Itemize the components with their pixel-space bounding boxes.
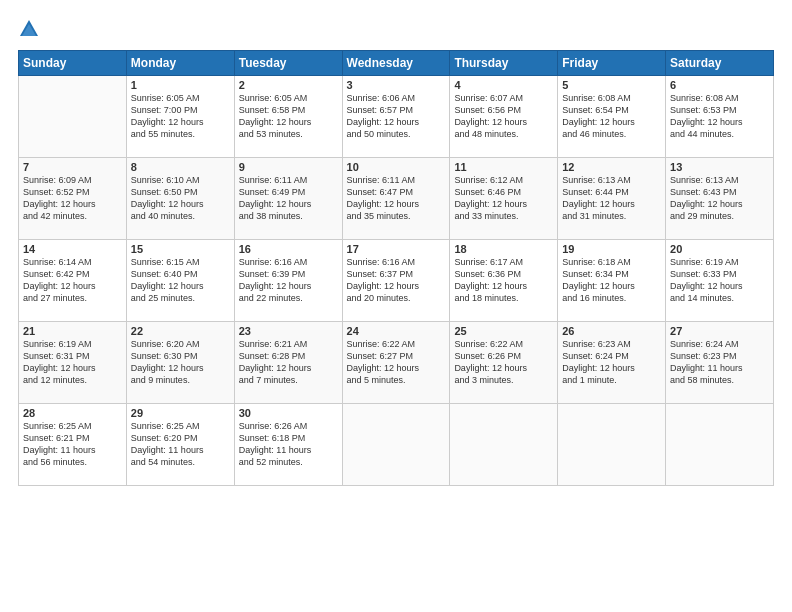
cell-info: Sunrise: 6:18 AMSunset: 6:34 PMDaylight:… xyxy=(562,256,661,305)
cell-info: Sunrise: 6:07 AMSunset: 6:56 PMDaylight:… xyxy=(454,92,553,141)
cell-info: Sunrise: 6:14 AMSunset: 6:42 PMDaylight:… xyxy=(23,256,122,305)
day-header-wednesday: Wednesday xyxy=(342,51,450,76)
week-row-2: 14Sunrise: 6:14 AMSunset: 6:42 PMDayligh… xyxy=(19,240,774,322)
cal-cell: 20Sunrise: 6:19 AMSunset: 6:33 PMDayligh… xyxy=(666,240,774,322)
week-row-3: 21Sunrise: 6:19 AMSunset: 6:31 PMDayligh… xyxy=(19,322,774,404)
day-number: 14 xyxy=(23,243,122,255)
cal-cell: 24Sunrise: 6:22 AMSunset: 6:27 PMDayligh… xyxy=(342,322,450,404)
day-number: 29 xyxy=(131,407,230,419)
cal-cell: 16Sunrise: 6:16 AMSunset: 6:39 PMDayligh… xyxy=(234,240,342,322)
day-number: 12 xyxy=(562,161,661,173)
day-number: 20 xyxy=(670,243,769,255)
calendar-page: SundayMondayTuesdayWednesdayThursdayFrid… xyxy=(0,0,792,612)
day-header-friday: Friday xyxy=(558,51,666,76)
cal-cell: 18Sunrise: 6:17 AMSunset: 6:36 PMDayligh… xyxy=(450,240,558,322)
day-number: 11 xyxy=(454,161,553,173)
cal-cell: 2Sunrise: 6:05 AMSunset: 6:58 PMDaylight… xyxy=(234,76,342,158)
day-number: 2 xyxy=(239,79,338,91)
cal-cell: 7Sunrise: 6:09 AMSunset: 6:52 PMDaylight… xyxy=(19,158,127,240)
day-number: 19 xyxy=(562,243,661,255)
cal-cell xyxy=(342,404,450,486)
day-number: 7 xyxy=(23,161,122,173)
cal-cell: 25Sunrise: 6:22 AMSunset: 6:26 PMDayligh… xyxy=(450,322,558,404)
cell-info: Sunrise: 6:19 AMSunset: 6:33 PMDaylight:… xyxy=(670,256,769,305)
day-number: 13 xyxy=(670,161,769,173)
cell-info: Sunrise: 6:08 AMSunset: 6:54 PMDaylight:… xyxy=(562,92,661,141)
cal-cell xyxy=(19,76,127,158)
cell-info: Sunrise: 6:13 AMSunset: 6:44 PMDaylight:… xyxy=(562,174,661,223)
day-number: 9 xyxy=(239,161,338,173)
cell-info: Sunrise: 6:12 AMSunset: 6:46 PMDaylight:… xyxy=(454,174,553,223)
day-number: 17 xyxy=(347,243,446,255)
cell-info: Sunrise: 6:06 AMSunset: 6:57 PMDaylight:… xyxy=(347,92,446,141)
day-number: 4 xyxy=(454,79,553,91)
cal-cell: 12Sunrise: 6:13 AMSunset: 6:44 PMDayligh… xyxy=(558,158,666,240)
cell-info: Sunrise: 6:22 AMSunset: 6:27 PMDaylight:… xyxy=(347,338,446,387)
week-row-0: 1Sunrise: 6:05 AMSunset: 7:00 PMDaylight… xyxy=(19,76,774,158)
day-number: 8 xyxy=(131,161,230,173)
cal-cell: 30Sunrise: 6:26 AMSunset: 6:18 PMDayligh… xyxy=(234,404,342,486)
logo-icon xyxy=(18,18,40,40)
day-header-thursday: Thursday xyxy=(450,51,558,76)
cal-cell xyxy=(666,404,774,486)
cell-info: Sunrise: 6:10 AMSunset: 6:50 PMDaylight:… xyxy=(131,174,230,223)
day-number: 6 xyxy=(670,79,769,91)
cal-cell: 11Sunrise: 6:12 AMSunset: 6:46 PMDayligh… xyxy=(450,158,558,240)
cell-info: Sunrise: 6:05 AMSunset: 6:58 PMDaylight:… xyxy=(239,92,338,141)
day-number: 1 xyxy=(131,79,230,91)
day-header-tuesday: Tuesday xyxy=(234,51,342,76)
cal-cell: 8Sunrise: 6:10 AMSunset: 6:50 PMDaylight… xyxy=(126,158,234,240)
calendar-table: SundayMondayTuesdayWednesdayThursdayFrid… xyxy=(18,50,774,486)
cal-cell: 4Sunrise: 6:07 AMSunset: 6:56 PMDaylight… xyxy=(450,76,558,158)
cal-cell xyxy=(558,404,666,486)
day-number: 16 xyxy=(239,243,338,255)
cell-info: Sunrise: 6:19 AMSunset: 6:31 PMDaylight:… xyxy=(23,338,122,387)
cal-cell: 19Sunrise: 6:18 AMSunset: 6:34 PMDayligh… xyxy=(558,240,666,322)
cell-info: Sunrise: 6:08 AMSunset: 6:53 PMDaylight:… xyxy=(670,92,769,141)
cell-info: Sunrise: 6:09 AMSunset: 6:52 PMDaylight:… xyxy=(23,174,122,223)
day-number: 23 xyxy=(239,325,338,337)
cal-cell: 15Sunrise: 6:15 AMSunset: 6:40 PMDayligh… xyxy=(126,240,234,322)
header-row: SundayMondayTuesdayWednesdayThursdayFrid… xyxy=(19,51,774,76)
cal-cell: 9Sunrise: 6:11 AMSunset: 6:49 PMDaylight… xyxy=(234,158,342,240)
cal-cell: 1Sunrise: 6:05 AMSunset: 7:00 PMDaylight… xyxy=(126,76,234,158)
day-number: 27 xyxy=(670,325,769,337)
day-header-monday: Monday xyxy=(126,51,234,76)
cell-info: Sunrise: 6:22 AMSunset: 6:26 PMDaylight:… xyxy=(454,338,553,387)
cell-info: Sunrise: 6:15 AMSunset: 6:40 PMDaylight:… xyxy=(131,256,230,305)
cal-cell: 21Sunrise: 6:19 AMSunset: 6:31 PMDayligh… xyxy=(19,322,127,404)
week-row-1: 7Sunrise: 6:09 AMSunset: 6:52 PMDaylight… xyxy=(19,158,774,240)
day-number: 30 xyxy=(239,407,338,419)
day-header-sunday: Sunday xyxy=(19,51,127,76)
cell-info: Sunrise: 6:13 AMSunset: 6:43 PMDaylight:… xyxy=(670,174,769,223)
cell-info: Sunrise: 6:25 AMSunset: 6:21 PMDaylight:… xyxy=(23,420,122,469)
cell-info: Sunrise: 6:26 AMSunset: 6:18 PMDaylight:… xyxy=(239,420,338,469)
cell-info: Sunrise: 6:11 AMSunset: 6:47 PMDaylight:… xyxy=(347,174,446,223)
cal-cell: 28Sunrise: 6:25 AMSunset: 6:21 PMDayligh… xyxy=(19,404,127,486)
cal-cell: 6Sunrise: 6:08 AMSunset: 6:53 PMDaylight… xyxy=(666,76,774,158)
cell-info: Sunrise: 6:17 AMSunset: 6:36 PMDaylight:… xyxy=(454,256,553,305)
cal-cell: 13Sunrise: 6:13 AMSunset: 6:43 PMDayligh… xyxy=(666,158,774,240)
day-number: 25 xyxy=(454,325,553,337)
cell-info: Sunrise: 6:21 AMSunset: 6:28 PMDaylight:… xyxy=(239,338,338,387)
cell-info: Sunrise: 6:11 AMSunset: 6:49 PMDaylight:… xyxy=(239,174,338,223)
day-number: 5 xyxy=(562,79,661,91)
day-number: 28 xyxy=(23,407,122,419)
day-number: 26 xyxy=(562,325,661,337)
cal-cell: 10Sunrise: 6:11 AMSunset: 6:47 PMDayligh… xyxy=(342,158,450,240)
logo xyxy=(18,18,44,40)
day-number: 18 xyxy=(454,243,553,255)
week-row-4: 28Sunrise: 6:25 AMSunset: 6:21 PMDayligh… xyxy=(19,404,774,486)
cal-cell xyxy=(450,404,558,486)
cal-cell: 17Sunrise: 6:16 AMSunset: 6:37 PMDayligh… xyxy=(342,240,450,322)
cell-info: Sunrise: 6:16 AMSunset: 6:37 PMDaylight:… xyxy=(347,256,446,305)
day-header-saturday: Saturday xyxy=(666,51,774,76)
cal-cell: 27Sunrise: 6:24 AMSunset: 6:23 PMDayligh… xyxy=(666,322,774,404)
day-number: 21 xyxy=(23,325,122,337)
cell-info: Sunrise: 6:20 AMSunset: 6:30 PMDaylight:… xyxy=(131,338,230,387)
cal-cell: 29Sunrise: 6:25 AMSunset: 6:20 PMDayligh… xyxy=(126,404,234,486)
cell-info: Sunrise: 6:24 AMSunset: 6:23 PMDaylight:… xyxy=(670,338,769,387)
cell-info: Sunrise: 6:23 AMSunset: 6:24 PMDaylight:… xyxy=(562,338,661,387)
cell-info: Sunrise: 6:05 AMSunset: 7:00 PMDaylight:… xyxy=(131,92,230,141)
header xyxy=(18,18,774,40)
